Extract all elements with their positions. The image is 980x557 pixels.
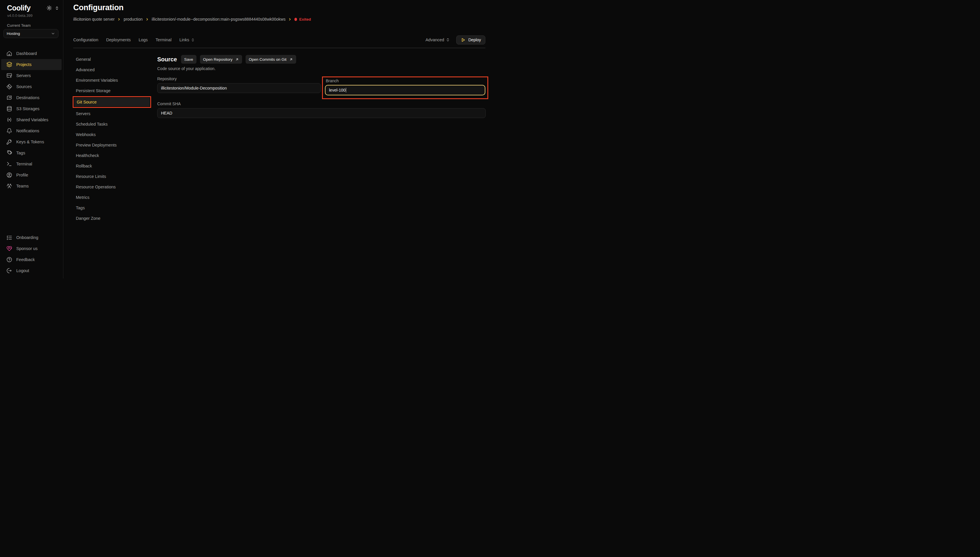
sidebar-item-notifications[interactable]: Notifications — [1, 125, 62, 136]
variable-icon — [7, 117, 12, 123]
sidebar-item-feedback[interactable]: Feedback — [1, 254, 62, 265]
source-panel: Source Save Open Repository Open Commits… — [152, 54, 486, 223]
chevrons-up-down-icon — [191, 38, 195, 42]
subnav-item-preview-deployments[interactable]: Preview Deployments — [73, 140, 152, 150]
breadcrumb-item-3[interactable]: illicitestonion/-module--decomposition:m… — [152, 17, 286, 21]
sidebar-item-label: Servers — [16, 73, 31, 78]
sidebar-item-profile[interactable]: Profile — [1, 169, 62, 181]
subnav-item-healthcheck[interactable]: Healthcheck — [73, 150, 152, 161]
tab-logs[interactable]: Logs — [139, 37, 148, 42]
sidebar-item-onboarding[interactable]: Onboarding — [1, 232, 62, 243]
sidebar-item-keys-tokens[interactable]: Keys & Tokens — [1, 136, 62, 147]
subnav-item-persistent-storage[interactable]: Persistent Storage — [73, 85, 152, 96]
arrow-up-right-icon — [235, 57, 239, 61]
subnav-item-tags[interactable]: Tags — [73, 203, 152, 213]
sidebar-item-label: Shared Variables — [16, 117, 48, 122]
sidebar: Coolify v4.0.0-beta.399 Current Team Hos… — [0, 0, 63, 278]
tab-label: Configuration — [73, 37, 98, 42]
breadcrumb-item-2[interactable]: production — [124, 17, 142, 21]
theme-toggle-sun-icon[interactable] — [47, 5, 52, 11]
sidebar-item-label: Sources — [16, 84, 32, 89]
subnav-item-git-source[interactable]: Git Source — [74, 98, 150, 106]
sidebar-item-label: Feedback — [16, 257, 35, 262]
source-form: Repository illicitestonion/Module-Decomp… — [157, 77, 486, 118]
sidebar-item-servers[interactable]: Servers — [1, 70, 62, 81]
open-repository-label: Open Repository — [203, 57, 232, 62]
subnav-item-rollback[interactable]: Rollback — [73, 161, 152, 171]
commit-sha-input[interactable]: HEAD — [157, 108, 486, 118]
sidebar-item-teams[interactable]: Teams — [1, 181, 62, 192]
subnav-item-servers[interactable]: Servers — [73, 108, 152, 119]
database-icon — [7, 106, 12, 112]
home-icon — [7, 50, 12, 56]
sidebar-item-terminal[interactable]: Terminal — [1, 158, 62, 169]
sidebar-item-label: Projects — [16, 62, 31, 67]
subnav-item-resource-operations[interactable]: Resource Operations — [73, 182, 152, 192]
chevron-right-icon — [145, 18, 149, 21]
deploy-label: Deploy — [468, 37, 481, 42]
layers-icon — [7, 62, 12, 67]
open-repository-button[interactable]: Open Repository — [200, 55, 242, 64]
deploy-button[interactable]: Deploy — [456, 36, 485, 44]
branch-input[interactable]: level-100 — [325, 85, 485, 95]
chevron-down-icon — [51, 31, 55, 36]
subnav-item-scheduled-tasks[interactable]: Scheduled Tasks — [73, 119, 152, 129]
subnav-item-general[interactable]: General — [73, 54, 152, 65]
arrow-up-right-icon — [289, 57, 293, 61]
chevrons-up-down-icon[interactable] — [55, 6, 59, 10]
advanced-dropdown[interactable]: Advanced — [426, 37, 450, 42]
breadcrumb-item-1[interactable]: illicitonion quote server — [73, 17, 114, 21]
content: GeneralAdvancedEnvironment VariablesPers… — [73, 54, 485, 223]
commit-sha-field: Commit SHA HEAD — [157, 101, 486, 118]
logout-icon — [7, 268, 12, 274]
subnav-item-metrics[interactable]: Metrics — [73, 192, 152, 203]
tab-terminal[interactable]: Terminal — [156, 37, 171, 42]
tab-configuration[interactable]: Configuration — [73, 37, 98, 42]
sidebar-nav: DashboardProjectsServersSourcesDestinati… — [0, 48, 63, 192]
sidebar-item-label: Sponsor us — [16, 246, 37, 251]
open-commits-button[interactable]: Open Commits on Git — [245, 55, 296, 64]
sidebar-item-shared-variables[interactable]: Shared Variables — [1, 114, 62, 125]
text-cursor — [346, 88, 346, 93]
sidebar-item-label: Dashboard — [16, 51, 37, 56]
team-select[interactable]: Hosting — [3, 29, 59, 38]
subnav-item-advanced[interactable]: Advanced — [73, 65, 152, 75]
source-description: Code source of your application. — [157, 66, 486, 71]
repository-value: illicitestonion/Module-Decomposition — [161, 86, 227, 90]
key-icon — [7, 139, 12, 145]
logo-row: Coolify — [7, 4, 59, 12]
repository-input[interactable]: illicitestonion/Module-Decomposition — [157, 83, 321, 93]
chevron-right-icon — [288, 18, 292, 21]
sidebar-item-label: Profile — [16, 173, 28, 178]
subnav-item-danger-zone[interactable]: Danger Zone — [73, 213, 152, 223]
open-commits-label: Open Commits on Git — [249, 57, 286, 62]
subnav-item-resource-limits[interactable]: Resource Limits — [73, 171, 152, 182]
app-logo[interactable]: Coolify — [7, 4, 31, 12]
tab-links[interactable]: Links — [179, 37, 195, 42]
sidebar-item-label: Teams — [16, 184, 29, 188]
sidebar-item-s3-storages[interactable]: S3 Storages — [1, 103, 62, 114]
checklist-icon — [7, 235, 12, 240]
git-source-icon — [7, 84, 12, 90]
status-dot-icon — [294, 18, 297, 21]
team-select-value: Hosting — [7, 31, 20, 36]
save-button[interactable]: Save — [181, 55, 197, 64]
subnav-item-webhooks[interactable]: Webhooks — [73, 129, 152, 140]
sidebar-item-logout[interactable]: Logout — [1, 265, 62, 276]
sidebar-item-projects[interactable]: Projects — [1, 59, 62, 70]
sidebar-item-tags[interactable]: Tags — [1, 147, 62, 158]
branch-label: Branch — [326, 78, 485, 83]
main-area: Configuration illicitonion quote serverp… — [63, 0, 490, 278]
tab-deployments[interactable]: Deployments — [106, 37, 131, 42]
sidebar-item-label: Onboarding — [16, 235, 38, 240]
commit-sha-label: Commit SHA — [157, 101, 486, 106]
help-circle-icon — [7, 257, 12, 262]
sidebar-item-label: Tags — [16, 151, 25, 155]
terminal-icon — [7, 161, 12, 167]
sidebar-item-destinations[interactable]: Destinations — [1, 92, 62, 103]
sidebar-item-label: Logout — [16, 268, 29, 273]
sidebar-item-dashboard[interactable]: Dashboard — [1, 48, 62, 59]
subnav-item-environment-variables[interactable]: Environment Variables — [73, 75, 152, 85]
sidebar-item-sources[interactable]: Sources — [1, 81, 62, 92]
sidebar-item-sponsor-us[interactable]: Sponsor us — [1, 243, 62, 254]
